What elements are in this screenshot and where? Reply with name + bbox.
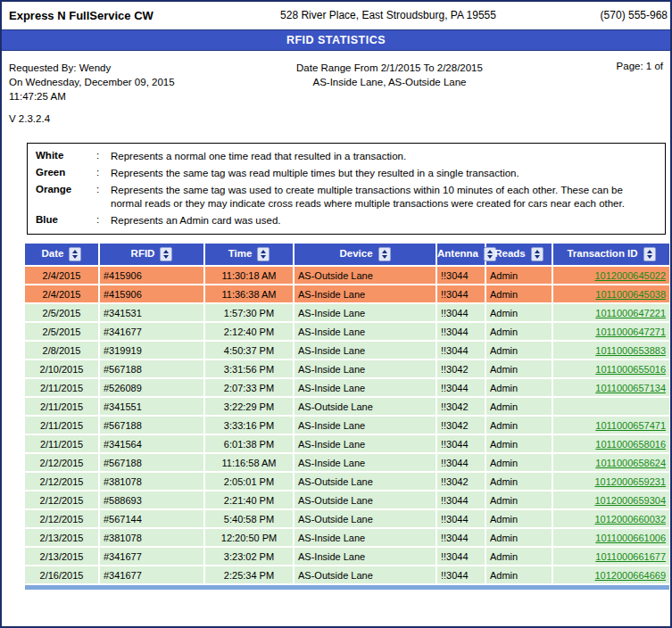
cell-transaction_id: 1012000660032 — [552, 509, 670, 528]
cell-antenna: !!3044 — [436, 566, 485, 584]
column-header-antenna[interactable]: Antenna — [436, 243, 485, 266]
transaction-link[interactable]: 1012000645022 — [594, 270, 666, 281]
company-phone: (570) 555-968 — [562, 9, 668, 21]
transaction-link[interactable]: 1011000653883 — [595, 345, 666, 356]
table-row: 2/12/2015#56718811:16:58 AMAS-Inside Lan… — [24, 453, 670, 472]
sort-down-arrow — [647, 255, 652, 259]
legend-colon: : — [96, 150, 111, 163]
table-row: 2/13/2015#38107812:20:50 PMAS-Inside Lan… — [24, 528, 670, 547]
sort-up-arrow — [163, 250, 169, 253]
column-header-time[interactable]: Time — [204, 243, 294, 266]
legend-box: White : Represents a normal one time rea… — [27, 143, 666, 235]
cell-rfid: #341564 — [99, 434, 204, 453]
cell-reads: Admin — [485, 285, 552, 303]
request-info: Requested By: Wendy On Wednesday, Decemb… — [9, 61, 219, 103]
cell-antenna: !!3044 — [436, 322, 485, 341]
column-header-rfid[interactable]: RFID — [99, 243, 204, 266]
report-title: RFID STATISTICS — [2, 29, 670, 51]
cell-reads: Admin — [485, 547, 552, 566]
column-header-reads[interactable]: Reads — [485, 243, 552, 266]
sort-up-arrow — [261, 250, 266, 253]
cell-antenna: !!3044 — [436, 378, 485, 397]
cell-device: AS-Inside Lane — [294, 341, 436, 359]
sort-icon[interactable] — [160, 247, 172, 261]
sort-up-arrow — [382, 250, 387, 253]
column-label: Time — [228, 248, 253, 259]
cell-reads: Admin — [485, 528, 552, 547]
transaction-link[interactable]: 1012000659231 — [594, 476, 666, 487]
sort-icon[interactable] — [531, 247, 543, 261]
cell-reads: Admin — [485, 303, 552, 322]
cell-rfid: #341677 — [99, 322, 204, 341]
cell-date: 2/11/2015 — [24, 416, 99, 434]
transaction-link[interactable]: 1012000659304 — [594, 495, 666, 506]
transaction-link[interactable]: 1011000657471 — [595, 420, 666, 431]
cell-rfid: #341677 — [99, 566, 204, 584]
column-header-transaction_id[interactable]: Transaction ID — [552, 243, 670, 266]
legend-item-green: Green : Represents the same tag was read… — [36, 165, 657, 182]
transaction-link[interactable]: 1011000645038 — [595, 289, 666, 300]
cell-time: 11:30:18 AM — [204, 266, 294, 285]
table-row: 2/5/2015#3416772:12:40 PMAS-Inside Lane!… — [24, 322, 670, 341]
transaction-link[interactable]: 1011000658624 — [595, 458, 666, 468]
cell-time: 2:07:33 PM — [204, 378, 294, 397]
column-header-date[interactable]: Date — [24, 243, 99, 266]
sort-icon[interactable] — [257, 247, 270, 261]
cell-antenna: !!3044 — [436, 341, 485, 359]
requested-by: Requested By: Wendy — [9, 61, 219, 75]
sort-up-arrow — [647, 250, 652, 253]
cell-reads: Admin — [485, 434, 552, 453]
transaction-link[interactable]: 1011000661677 — [595, 551, 666, 562]
cell-antenna: !!3044 — [436, 453, 485, 472]
sort-icon[interactable] — [643, 247, 656, 261]
cell-device: AS-Outside Lane — [294, 266, 436, 285]
transaction-link[interactable]: 1011000661006 — [595, 533, 666, 543]
sort-down-arrow — [72, 255, 78, 259]
transaction-link[interactable]: 1011000647271 — [595, 326, 666, 337]
cell-date: 2/16/2015 — [24, 566, 99, 584]
sort-icon[interactable] — [378, 247, 391, 261]
cell-time: 3:33:16 PM — [204, 416, 294, 434]
cell-rfid: #526089 — [99, 378, 204, 397]
table-row: 2/13/2015#3416773:23:02 PMAS-Inside Lane… — [24, 547, 670, 566]
cell-transaction_id: 1011000661006 — [552, 528, 670, 547]
cell-device: AS-Inside Lane — [294, 359, 436, 378]
cell-reads: Admin — [485, 491, 552, 509]
legend-text: Represents a normal one time read that r… — [111, 150, 657, 163]
column-header-device[interactable]: Device — [294, 243, 436, 266]
cell-device: AS-Outside Lane — [294, 566, 436, 584]
cell-date: 2/12/2015 — [24, 472, 99, 491]
table-row: 2/11/2015#5671883:33:16 PMAS-Inside Lane… — [24, 416, 670, 434]
transaction-link[interactable]: 1011000658016 — [595, 439, 666, 450]
cell-reads: Admin — [485, 566, 552, 584]
transaction-link[interactable]: 1012000660032 — [594, 514, 666, 525]
transaction-link[interactable]: 1011000657134 — [595, 383, 666, 393]
lane-list: AS-Inside Lane, AS-Outside Lane — [219, 75, 560, 89]
cell-device: AS-Outside Lane — [294, 397, 436, 416]
transaction-link[interactable]: 1012000664669 — [594, 570, 666, 581]
table-header-row: DateRFIDTimeDeviceAntennaReadsTransactio… — [24, 243, 670, 266]
cell-time: 3:31:56 PM — [204, 359, 294, 378]
cell-date: 2/12/2015 — [24, 509, 99, 528]
cell-time: 12:20:50 PM — [204, 528, 294, 547]
cell-antenna: !!3044 — [436, 509, 485, 528]
cell-rfid: #588693 — [99, 491, 204, 509]
cell-date: 2/10/2015 — [24, 359, 99, 378]
cell-transaction_id: 1011000661677 — [552, 547, 670, 566]
cell-time: 2:05:01 PM — [204, 472, 294, 491]
cell-date: 2/11/2015 — [24, 378, 99, 397]
rfid-statistics-report: Express N FullService CW 528 River Place… — [0, 0, 672, 628]
cell-rfid: #567188 — [99, 359, 204, 378]
cell-antenna: !!3044 — [436, 528, 485, 547]
sort-icon[interactable] — [69, 247, 81, 261]
legend-label: Blue — [36, 214, 96, 227]
transaction-link[interactable]: 1011000647221 — [595, 308, 666, 318]
transaction-link[interactable]: 1011000655016 — [595, 364, 666, 375]
cell-transaction_id: 1012000664669 — [552, 566, 670, 584]
sort-down-arrow — [261, 255, 266, 259]
version-label: V 2.3.2.4 — [2, 103, 670, 124]
cell-device: AS-Inside Lane — [294, 303, 436, 322]
cell-antenna: !!3042 — [436, 472, 485, 491]
cell-transaction_id: 1011000655016 — [552, 359, 670, 378]
cell-transaction_id: 1012000659304 — [552, 491, 670, 509]
